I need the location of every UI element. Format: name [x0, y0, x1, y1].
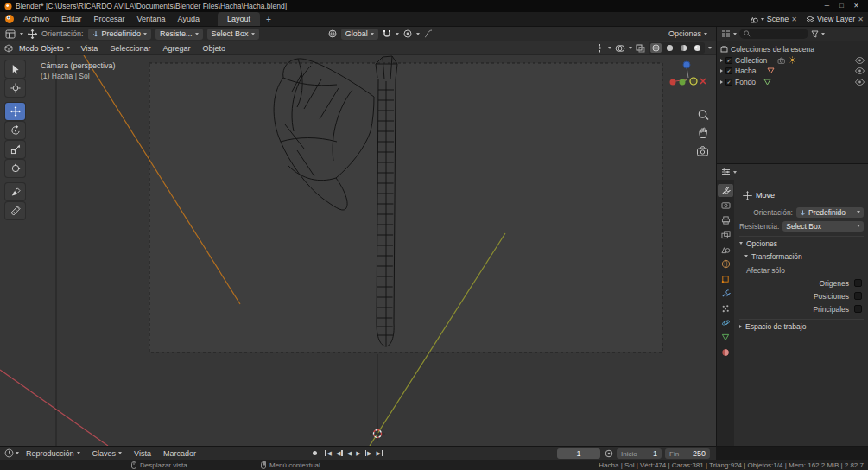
timeline-editor-caret-icon[interactable] [16, 452, 19, 454]
minimize-button[interactable]: ─ [820, 0, 834, 12]
timeline-editor-icon[interactable] [4, 448, 14, 458]
workspace-section[interactable]: Espacio de trabajo [739, 319, 864, 333]
timeline-menu-marcador[interactable]: Marcador [158, 449, 201, 458]
scene-unlink-icon[interactable]: ✕ [791, 16, 797, 23]
gizmo-caret-icon[interactable] [608, 47, 611, 49]
shading-caret-icon[interactable] [708, 47, 712, 49]
menu-archivo[interactable]: Archivo [17, 15, 55, 23]
outliner-search[interactable] [739, 29, 808, 39]
shading-wireframe-icon[interactable] [650, 43, 662, 53]
visibility-eye-icon[interactable] [855, 79, 865, 86]
outliner-editor-caret-icon[interactable] [733, 33, 737, 35]
options-dropdown[interactable]: Opciones [668, 29, 711, 38]
collection-checkbox[interactable]: ✓ [725, 57, 732, 64]
maximize-button[interactable]: □ [834, 0, 849, 12]
locations-checkbox[interactable] [854, 292, 862, 300]
properties-editor-caret-icon[interactable] [733, 171, 737, 174]
options-section[interactable]: Opciones [739, 236, 864, 250]
snap-caret-icon[interactable] [396, 33, 399, 35]
shading-solid-icon[interactable] [664, 43, 675, 53]
show-overlays-icon[interactable] [615, 44, 625, 53]
properties-editor-icon[interactable] [721, 168, 731, 176]
collection-checkbox[interactable]: ✓ [725, 79, 732, 86]
panel-resist-dropdown[interactable]: Select Box [782, 221, 864, 232]
current-frame-field[interactable]: 1 [557, 448, 600, 459]
timeline-menu-reproduccion[interactable]: Reproducción [21, 449, 86, 458]
autokey-record-icon[interactable] [313, 451, 317, 455]
tool-annotate[interactable] [5, 183, 25, 200]
show-gizmo-icon[interactable] [595, 43, 605, 53]
collection-checkbox[interactable]: ✓ [725, 67, 732, 74]
play-button[interactable]: ▶ [356, 450, 360, 457]
editor-type-icon[interactable] [5, 29, 16, 39]
expand-caret-icon[interactable] [720, 59, 723, 62]
viewport-menu-objeto[interactable]: Objeto [197, 44, 231, 53]
tool-cursor[interactable] [5, 79, 25, 97]
shading-material-icon[interactable] [678, 43, 689, 53]
filter-funnel-icon[interactable] [811, 30, 819, 38]
outliner-row-hacha[interactable]: ✓ Hacha [717, 66, 868, 77]
falloff-icon[interactable] [424, 29, 433, 38]
tab-view-layer[interactable] [718, 228, 733, 241]
tab-object-data[interactable] [718, 331, 733, 344]
frame-start-field[interactable]: Inicio 1 [617, 448, 662, 459]
timeline-menu-vista[interactable]: Vista [129, 449, 156, 458]
origins-checkbox[interactable] [854, 279, 862, 287]
orientation-dropdown[interactable]: Predefinido [88, 29, 152, 40]
tool-move[interactable] [5, 103, 25, 120]
menu-ayuda[interactable]: Ayuda [172, 15, 206, 23]
visibility-eye-icon[interactable] [855, 57, 865, 64]
editor-type-caret-icon[interactable] [20, 33, 23, 35]
zoom-icon[interactable] [697, 109, 710, 122]
transform-subsection[interactable]: Transformación [739, 250, 864, 263]
mode-dropdown[interactable]: Modo Objeto [15, 42, 74, 54]
tab-output[interactable] [718, 213, 733, 226]
blender-menu-icon[interactable] [4, 14, 15, 24]
xray-toggle-icon[interactable] [636, 44, 645, 53]
navigation-gizmo[interactable] [662, 59, 714, 93]
jump-to-end-button[interactable]: ▶ [376, 450, 383, 457]
visibility-eye-icon[interactable] [855, 67, 865, 74]
snap-magnet-icon[interactable] [383, 29, 391, 38]
overlays-caret-icon[interactable] [629, 47, 632, 49]
proportional-caret-icon[interactable] [416, 33, 420, 35]
filter-caret-icon[interactable] [821, 33, 825, 35]
camera-view-icon[interactable] [696, 145, 710, 156]
viewport-menu-agregar[interactable]: Agregar [157, 44, 195, 53]
scene-selector[interactable]: Scene ✕ [750, 15, 797, 23]
tab-modifiers[interactable] [718, 287, 733, 300]
panel-orientation-dropdown[interactable]: Predefinido [796, 207, 864, 218]
proportional-edit-icon[interactable] [403, 29, 412, 38]
select-mode-dropdown[interactable]: Select Box [207, 29, 259, 40]
outliner-editor-icon[interactable] [721, 29, 731, 38]
close-button[interactable]: ✕ [849, 0, 864, 12]
tab-object[interactable] [718, 272, 733, 285]
view-layer-unlink-icon[interactable]: ✕ [858, 16, 864, 23]
prev-keyframe-button[interactable]: ◀ [336, 450, 343, 457]
tab-physics[interactable] [718, 316, 733, 329]
tool-transform[interactable] [5, 160, 25, 177]
outliner-row-fondo[interactable]: ✓ Fondo [717, 77, 868, 88]
jump-to-start-button[interactable]: ◀ [325, 450, 332, 457]
outliner-row-collection[interactable]: ✓ Collection [717, 55, 868, 67]
shading-rendered-icon[interactable] [692, 43, 703, 53]
resist-dropdown[interactable]: Resiste... [155, 29, 203, 40]
menu-ventana[interactable]: Ventana [131, 15, 172, 23]
pan-hand-icon[interactable] [697, 126, 710, 139]
tab-scene[interactable] [718, 243, 733, 256]
add-workspace-button[interactable]: + [260, 15, 277, 24]
tab-material[interactable] [718, 346, 733, 359]
frame-end-field[interactable]: Fin 250 [665, 448, 710, 459]
viewport-menu-vista[interactable]: Vista [76, 44, 104, 53]
expand-caret-icon[interactable] [720, 69, 723, 73]
tab-world[interactable] [718, 257, 733, 270]
viewport-menu-seleccionar[interactable]: Seleccionar [105, 44, 155, 53]
outliner-scene-collection-row[interactable]: Colecciones de la escena [717, 44, 868, 55]
tab-active-tool[interactable] [718, 184, 733, 197]
tab-particles[interactable] [718, 302, 733, 314]
keying-set-icon[interactable] [605, 449, 613, 458]
tool-measure[interactable] [5, 202, 25, 219]
menu-procesar[interactable]: Procesar [88, 15, 131, 23]
workspace-tab-layout[interactable]: Layout [218, 12, 260, 26]
parents-checkbox[interactable] [854, 305, 862, 313]
